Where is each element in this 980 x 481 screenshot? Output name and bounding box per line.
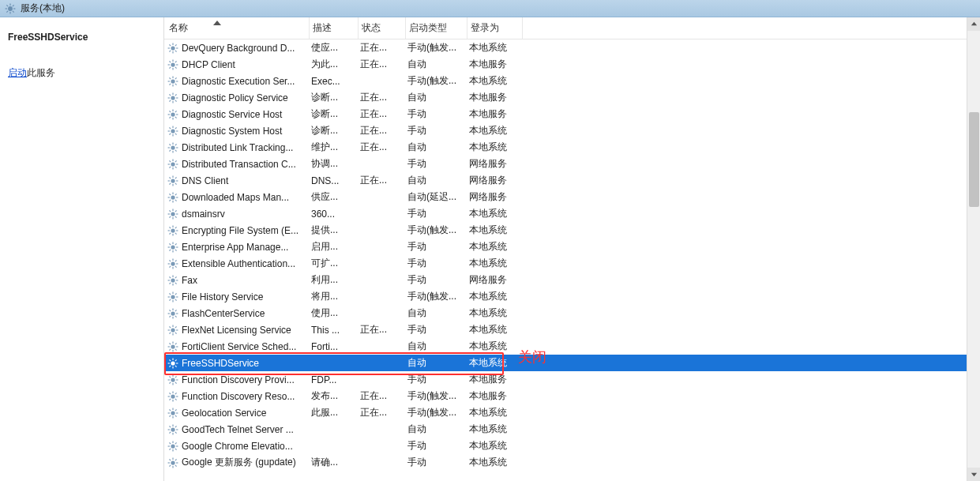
svg-line-140 [169,276,171,278]
svg-line-50 [169,111,171,112]
cell-startup-type: 手动 [404,439,466,453]
gear-icon [167,341,178,352]
cell-name: GoodTech Telnet Server ... [164,424,308,435]
svg-line-42 [175,100,177,101]
svg-line-231 [175,448,177,449]
start-service-link[interactable]: 启动 [8,67,27,78]
gear-icon [167,408,178,419]
service-row[interactable]: FlexNet Licensing ServiceThis ...正在...手动… [164,321,980,338]
svg-line-178 [169,348,171,350]
service-row[interactable]: Diagnostic System Host诊断...正在...手动本地系统 [164,122,980,139]
service-row[interactable]: Fax利用...手动网络服务 [164,272,980,288]
service-row[interactable]: Extensible Authentication...可扩...手动本地系统 [164,255,980,272]
svg-line-170 [175,326,177,328]
service-row[interactable]: Diagnostic Policy Service诊断...正在...自动本地服… [164,89,980,106]
cell-name-text: Enterprise App Manage... [182,242,303,253]
cell-name: Enterprise App Manage... [164,242,308,253]
vertical-scrollbar[interactable] [967,17,980,481]
service-row[interactable]: FlashCenterService使用...自动本地系统 [164,305,980,321]
service-row[interactable]: Function Discovery Reso...发布...正在...手动(触… [164,388,980,404]
cell-logon-as: 本地服务 [466,373,521,386]
svg-line-70 [169,149,171,151]
cell-name-text: Diagnostic Execution Ser... [182,76,303,87]
svg-line-44 [175,94,177,96]
cell-name-text: Diagnostic System Host [182,126,303,137]
cell-name: Function Discovery Reso... [164,391,308,402]
service-row[interactable]: Downloaded Maps Man...供应...自动(延迟...网络服务 [164,189,980,205]
col-description[interactable]: 描述 [310,17,359,39]
service-row[interactable]: FortiClient Service Sched...Forti...自动本地… [164,338,980,355]
gear-icon [167,192,178,203]
svg-line-124 [169,249,171,250]
service-row[interactable]: Diagnostic Service Host诊断...正在...手动本地服务 [164,106,980,122]
svg-line-17 [175,44,177,46]
service-row[interactable]: Google Chrome Elevatio...手动本地系统 [164,438,980,454]
col-name[interactable]: 名称 [166,17,310,39]
svg-line-89 [175,177,177,178]
cell-status: 正在... [357,389,404,403]
svg-line-214 [169,415,171,416]
cell-startup-type: 自动 [404,340,466,353]
cell-name-text: Extensible Authentication... [182,258,303,269]
cell-name: Diagnostic System Host [164,126,308,137]
cell-description: This ... [308,325,357,336]
svg-line-149 [169,293,171,295]
service-row[interactable]: FreeSSHDService自动本地系统 [164,355,980,371]
svg-line-80 [175,160,177,162]
cell-description: 此服... [308,406,357,419]
gear-icon [167,209,178,220]
service-row[interactable]: Google 更新服务 (gupdate)请确...手动本地系统 [164,454,980,471]
gear-icon [167,76,178,87]
cell-description: 供应... [308,190,357,204]
scroll-down-button[interactable] [967,468,980,481]
service-row[interactable]: GoodTech Telnet Server ...自动本地系统 [164,421,980,438]
service-row[interactable]: Encrypting File System (E...提供...手动(触发..… [164,222,980,239]
scroll-up-button[interactable] [967,17,980,31]
svg-line-86 [169,177,171,178]
service-rows: DevQuery Background D...使应...正在...手动(触发.… [164,39,980,471]
cell-startup-type: 手动 [404,273,466,287]
cell-description: DNS... [308,175,357,186]
svg-line-160 [169,315,171,317]
svg-point-9 [171,46,175,50]
cell-description: 维护... [308,141,357,154]
cell-name: Geolocation Service [164,408,308,419]
cell-description: 将用... [308,290,357,303]
gear-icon [167,441,178,452]
svg-line-33 [175,83,177,85]
service-row[interactable]: Function Discovery Provi...FDP...手动本地服务 [164,371,980,388]
svg-point-108 [171,228,175,232]
service-row[interactable]: Geolocation Service此服...正在...手动(触发...本地系… [164,404,980,421]
cell-name: FlashCenterService [164,308,308,319]
service-row[interactable]: Distributed Transaction C...协调...手动网络服务 [164,156,980,172]
service-row[interactable]: Diagnostic Execution Ser...Exec...手动(触发.… [164,73,980,89]
annotation-close-label: 关闭 [518,348,546,366]
service-row[interactable]: File History Service将用...手动(触发...本地系统 [164,288,980,305]
service-row[interactable]: DevQuery Background D...使应...正在...手动(触发.… [164,39,980,56]
col-logon-as[interactable]: 登录为 [467,17,523,39]
cell-name-text: FlexNet Licensing Service [182,325,303,336]
svg-line-25 [169,66,171,68]
svg-point-225 [171,444,175,448]
selected-service-title: FreeSSHDService [8,32,156,43]
svg-line-142 [169,282,171,284]
service-row[interactable]: dsmainsrv360...手动本地系统 [164,205,980,222]
cell-description: Exec... [308,76,357,87]
svg-line-71 [175,144,177,145]
svg-point-189 [171,378,175,381]
svg-point-135 [171,278,175,282]
service-row[interactable]: Enterprise App Manage...启用...手动本地系统 [164,239,980,255]
cell-description: 提供... [308,224,357,237]
svg-line-116 [175,227,177,228]
cell-startup-type: 手动(触发... [404,41,466,54]
cell-logon-as: 本地系统 [466,224,521,237]
col-status[interactable]: 状态 [359,17,406,39]
service-row[interactable]: DHCP Client为此...正在...自动本地服务 [164,56,980,73]
svg-line-26 [175,61,177,62]
svg-point-18 [171,62,175,66]
service-row[interactable]: Distributed Link Tracking...维护...正在...自动… [164,139,980,156]
scrollbar-thumb[interactable] [969,112,979,207]
gear-icon [167,142,178,153]
service-row[interactable]: DNS ClientDNS...正在...自动网络服务 [164,172,980,189]
col-startup-type[interactable]: 启动类型 [406,17,467,39]
